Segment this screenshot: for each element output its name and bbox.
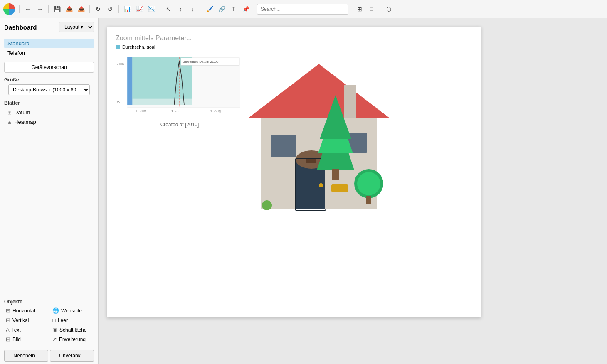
chart-button[interactable]: 📈 (133, 3, 145, 15)
svg-rect-22 (306, 159, 316, 163)
back-button[interactable]: ← (22, 3, 34, 15)
svg-rect-27 (332, 169, 339, 180)
object-label-text: Text (12, 327, 21, 333)
sheets-label: Blätter (4, 100, 94, 106)
svg-point-29 (357, 172, 380, 195)
svg-text:500K: 500K (116, 62, 124, 66)
svg-rect-18 (271, 135, 296, 157)
svg-rect-30 (366, 196, 371, 204)
objects-label: Objekte (4, 299, 94, 305)
separator-2 (48, 5, 49, 13)
device-item-telefon[interactable]: Telefon (4, 48, 94, 58)
separator-5 (160, 5, 160, 13)
size-label: Größe (4, 77, 94, 83)
vertikal-icon: ⊟ (6, 317, 10, 323)
object-label-leer: Leer (58, 317, 68, 323)
text-button[interactable]: T (228, 3, 239, 15)
chart-remove-button[interactable]: 📉 (146, 3, 157, 15)
redo-button[interactable]: ↺ (104, 3, 116, 15)
display-group: ⊞ 🖥 (354, 3, 378, 15)
select-button[interactable]: ↖ (163, 3, 174, 15)
sidebar-spacer (0, 129, 98, 295)
device-preview-button[interactable]: Gerätevorschau (4, 62, 94, 73)
device-item-standard[interactable]: Standard (4, 39, 94, 48)
bild-icon: ⊟ (6, 336, 10, 342)
separator-4 (118, 5, 119, 13)
save-group: 💾 📥 📤 (51, 3, 87, 15)
object-leer[interactable]: □ Leer (51, 316, 94, 325)
main-container: Dashboard Layout ▾ Standard Telefon Gerä… (0, 18, 607, 364)
svg-point-31 (262, 200, 272, 210)
sheet-icon-datum: ⊞ (7, 110, 12, 116)
horizontal-icon: ⊟ (6, 307, 10, 314)
separator-6 (201, 5, 201, 13)
color-button[interactable]: 🖌️ (204, 3, 215, 15)
share-button[interactable]: ⬡ (383, 3, 395, 15)
svg-text:0K: 0K (116, 100, 120, 104)
object-text[interactable]: A Text (4, 325, 47, 334)
object-webseite[interactable]: 🌐 Webseite (51, 306, 94, 315)
color-group: 🖌️ 🔗 T 📌 (204, 3, 252, 15)
format-group: ↖ ↕ ↓ (163, 3, 198, 15)
save-button[interactable]: 💾 (51, 3, 63, 15)
sheet-item-datum[interactable]: ⊞ Datum (4, 108, 94, 117)
object-vertikal[interactable]: ⊟ Vertikal (4, 316, 47, 325)
nebenein-button[interactable]: Nebenein... (4, 350, 48, 362)
house-svg (207, 31, 406, 218)
sidebar: Dashboard Layout ▾ Standard Telefon Gerä… (0, 18, 99, 364)
erweiterung-icon: ↗ (52, 336, 57, 342)
object-label-bild: Bild (12, 337, 21, 342)
separator-3 (89, 5, 90, 13)
svg-text:1. Jun: 1. Jun (136, 109, 146, 113)
forward-button[interactable]: → (34, 3, 46, 15)
sheet-icon-heatmap: ⊞ (7, 119, 12, 125)
nav-group: ← → (22, 3, 46, 15)
separator-9 (380, 5, 380, 13)
object-bild[interactable]: ⊟ Bild (4, 335, 47, 344)
svg-rect-4 (127, 57, 132, 105)
sidebar-title: Dashboard (4, 24, 37, 31)
view-group: 📊 📈 📉 (121, 3, 157, 15)
sidebar-header: Dashboard Layout ▾ (0, 18, 98, 36)
object-label-webseite: Webseite (61, 308, 82, 314)
svg-rect-20 (331, 184, 348, 192)
object-label-horizontal: Horizontal (12, 308, 35, 314)
link-button[interactable]: 🔗 (216, 3, 227, 15)
object-label-erweiterung: Erweiterung (59, 337, 86, 342)
sheets-section: Blätter ⊞ Datum ⊞ Heatmap (0, 98, 98, 129)
layout-dropdown[interactable]: Layout ▾ (59, 22, 94, 32)
publish-button[interactable]: 📤 (75, 3, 87, 15)
sort-button[interactable]: ↕ (175, 3, 186, 15)
sort-down-button[interactable]: ↓ (187, 3, 198, 15)
canvas-area[interactable]: Zoom mittels Parameter... Durchschn. goa… (99, 18, 607, 364)
toolbar: ← → 💾 📥 📤 ↻ ↺ 📊 📈 📉 ↖ ↕ ↓ 🖌️ 🔗 T 📌 ⊞ 🖥 ⬡ (0, 0, 607, 18)
svg-marker-14 (248, 64, 390, 118)
app-logo[interactable] (3, 3, 15, 15)
objects-grid: ⊟ Horizontal 🌐 Webseite ⊟ Vertikal □ Lee… (4, 306, 94, 344)
undo-button[interactable]: ↻ (92, 3, 104, 15)
house-illustration (207, 31, 406, 218)
object-label-vertikal: Vertikal (12, 317, 29, 323)
leer-icon: □ (52, 317, 56, 323)
grid-button[interactable]: ⊞ (354, 3, 365, 15)
object-schaltflaeche[interactable]: ▣ Schaltfläche (51, 325, 94, 334)
object-erweiterung[interactable]: ↗ Erweiterung (51, 335, 94, 344)
legend-dot-1 (116, 45, 120, 49)
separator-7 (254, 5, 254, 13)
search-input[interactable] (257, 4, 348, 15)
unverank-button[interactable]: Unverank... (50, 350, 94, 362)
object-label-schaltflaeche: Schaltfläche (59, 327, 86, 333)
display-button[interactable]: 🖥 (366, 3, 378, 15)
chart-add-button[interactable]: 📊 (121, 3, 133, 15)
legend-label: Durchschn. goal (122, 44, 155, 49)
size-dropdown[interactable]: Desktop-Browser (1000 x 80... (8, 84, 90, 95)
svg-rect-15 (344, 85, 356, 118)
objects-section: Objekte ⊟ Horizontal 🌐 Webseite ⊟ Vertik… (0, 295, 98, 347)
object-horizontal[interactable]: ⊟ Horizontal (4, 306, 47, 315)
sheets-list: ⊞ Datum ⊞ Heatmap (4, 108, 94, 127)
action-group: ↻ ↺ (92, 3, 116, 15)
save-as-button[interactable]: 📥 (63, 3, 75, 15)
sheet-item-heatmap[interactable]: ⊞ Heatmap (4, 117, 94, 127)
pin-button[interactable]: 📌 (240, 3, 252, 15)
schaltflaeche-icon: ▣ (52, 327, 57, 333)
